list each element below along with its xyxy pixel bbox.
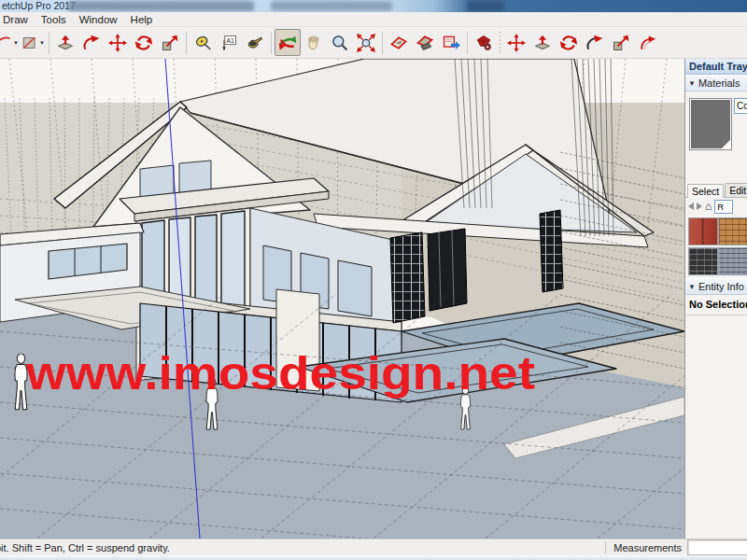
back-arrow-icon[interactable] [688,203,694,210]
section-plane-tool-icon [389,34,408,52]
orbit-tool-button[interactable] [275,29,301,56]
toolbar-separator [382,32,383,54]
flyout-caret-icon: ▼ [13,40,19,46]
push-pull-tool-icon [56,34,75,52]
scale-tool-2-button[interactable] [608,29,634,56]
material-swatch-grid [685,215,747,278]
move-tool-2-icon [507,34,526,52]
collapse-triangle-icon: ▼ [688,283,696,291]
window-title: etchUp Pro 2017 [2,0,76,11]
section-export-tool-icon [442,34,460,52]
menu-window[interactable]: Window [73,14,124,25]
toolbar: ▼▼ [0,27,747,59]
menu-draw[interactable]: Draw [0,14,35,25]
shape-tool-icon [21,34,38,52]
move-tool-2-button[interactable] [503,29,529,56]
background-window-tab [67,1,254,11]
materials-tabs: Select Edit [685,181,747,198]
section-settings-tool-button[interactable] [471,29,497,56]
shape-tool-button[interactable]: ▼ [20,29,46,56]
tape-measure-tool-button[interactable] [190,29,216,56]
follow-me-tool-2-button[interactable] [582,29,608,56]
section-plane-tool-button[interactable] [386,29,412,56]
material-swatch-blue-gray-shingles[interactable] [718,247,747,275]
follow-me-tool-icon [82,34,101,52]
window-titlebar[interactable]: etchUp Pro 2017 [0,0,747,12]
measurements-area: Measurements [605,541,747,553]
rotate-tool-button[interactable] [131,29,157,56]
section-export-tool-button[interactable] [438,29,464,56]
toolbar-separator [186,32,187,54]
section-display-tool-button[interactable] [412,29,438,56]
section-display-tool-icon [416,34,434,52]
default-tray-panel: Default Tray ▼ Materials Co Select Edit … [684,59,747,539]
toolbar-separator [467,32,468,54]
text-tool-icon [219,34,238,52]
materials-nav-row: ⌂ R [685,198,747,215]
background-window-tab [271,1,392,11]
material-swatch-dark-slate-shingles[interactable] [688,247,718,275]
paint-bucket-tool-icon [246,34,264,52]
paint-bucket-tool-button[interactable] [242,29,268,56]
menu-tools[interactable]: Tools [35,14,73,25]
tab-edit[interactable]: Edit [725,183,747,197]
orbit-tool-icon [278,34,297,52]
push-pull-tool-2-button[interactable] [529,29,556,56]
forward-arrow-icon[interactable] [697,203,702,210]
follow-me-tool-button[interactable] [78,29,105,56]
status-hint: bit. Shift = Pan, Ctrl = suspend gravity… [0,542,605,553]
entity-info-section-label: Entity Info [698,281,744,292]
home-icon[interactable]: ⌂ [705,201,712,212]
model-viewport[interactable]: www.imosdesign.net [0,59,684,539]
toolbar-separator [500,32,500,54]
background-window-tab [467,1,504,11]
offset-tool-button[interactable] [634,29,660,56]
watermark-text: www.imosdesign.net [25,347,535,399]
arc-tool-icon [0,34,12,52]
menu-bar: Draw Tools Window Help [0,12,747,27]
collapse-triangle-icon: ▼ [688,79,696,88]
rotate-tool-icon [134,34,153,52]
scale-tool-icon [161,34,179,52]
materials-section-header[interactable]: ▼ Materials [685,75,747,91]
push-pull-tool-2-icon [533,34,552,52]
pan-tool-button[interactable] [301,29,327,56]
tray-title[interactable]: Default Tray [685,59,747,75]
arc-tool-button[interactable]: ▼ [0,29,20,56]
material-swatch-red-metal-roofing[interactable] [688,217,718,245]
measurements-input[interactable] [687,539,747,555]
toolbar-separator [49,32,49,54]
flyout-caret-icon: ▼ [39,40,45,46]
collections-dropdown[interactable]: R [714,200,733,214]
rotate-tool-2-button[interactable] [556,29,582,56]
rotate-tool-2-icon [559,34,578,52]
text-tool-button[interactable] [216,29,242,56]
move-tool-icon [108,34,127,52]
materials-section-label: Materials [698,77,740,89]
drag-corner-icon [722,140,730,148]
material-preview-swatch[interactable] [689,98,732,150]
push-pull-tool-button[interactable] [52,29,78,56]
scale-tool-2-icon [612,34,630,52]
scale-tool-button[interactable] [157,29,183,56]
zoom-extents-tool-button[interactable] [353,29,379,56]
section-settings-tool-icon [474,34,493,52]
status-bar: bit. Shift = Pan, Ctrl = suspend gravity… [0,539,747,555]
zoom-tool-icon [331,34,349,52]
offset-tool-icon [638,34,656,52]
follow-me-tool-2-icon [585,34,604,52]
material-name-field[interactable]: Co [734,98,747,114]
measurements-label: Measurements [613,542,682,553]
zoom-tool-button[interactable] [327,29,353,56]
materials-body: Co [685,91,747,181]
entity-info-section-header[interactable]: ▼ Entity Info [685,278,747,295]
menu-help[interactable]: Help [124,14,160,25]
toolbar-separator [271,32,272,54]
tape-measure-tool-icon [193,34,212,52]
tab-select[interactable]: Select [687,184,724,198]
zoom-extents-tool-icon [357,34,375,52]
move-tool-button[interactable] [105,29,131,56]
pan-tool-icon [304,34,323,52]
entity-info-status: No Selection [685,295,747,315]
material-swatch-clay-tile-shingles[interactable] [718,217,747,245]
